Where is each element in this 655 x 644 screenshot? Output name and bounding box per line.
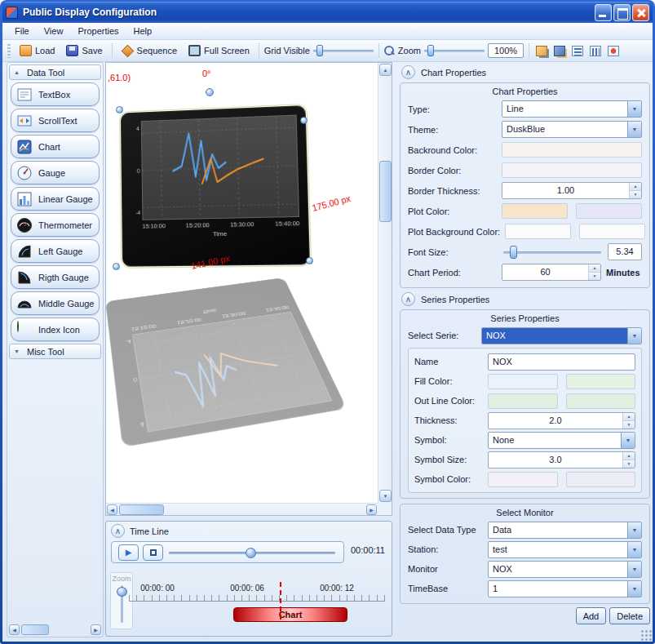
- spinner-arrows[interactable]: ▲▼: [588, 264, 600, 280]
- combo-arrow-icon[interactable]: ▼: [627, 562, 641, 577]
- data-type-dropdown[interactable]: Data ▼: [488, 522, 642, 539]
- background-color-swatch[interactable]: [502, 142, 642, 158]
- combo-arrow-icon[interactable]: ▼: [627, 101, 641, 117]
- tool-linear-gauge[interactable]: Linear Gauge: [11, 187, 100, 211]
- snap-center-icon[interactable]: [608, 46, 619, 56]
- chart-properties-collapse-icon[interactable]: ∧: [401, 65, 415, 79]
- canvas-hscroll-thumb[interactable]: [119, 504, 164, 515]
- sidebar-scroll-thumb[interactable]: [21, 624, 49, 635]
- font-size-value[interactable]: 5.34: [608, 243, 642, 260]
- combo-arrow-icon[interactable]: ▼: [627, 122, 641, 137]
- minimize-button[interactable]: [595, 4, 612, 21]
- type-dropdown[interactable]: Line ▼: [502, 100, 642, 118]
- symbol-color-swatch-1[interactable]: [488, 472, 558, 487]
- timeline-zoom-thumb[interactable]: [117, 587, 127, 597]
- border-color-swatch[interactable]: [502, 162, 642, 178]
- chart-period-spinner[interactable]: 60 ▲▼: [502, 264, 601, 281]
- save-button[interactable]: Save: [62, 43, 106, 58]
- misc-tool-header[interactable]: ▼ Misc Tool: [9, 344, 101, 359]
- align-left-icon[interactable]: [572, 46, 583, 56]
- tool-index-icon[interactable]: Index Icon: [11, 318, 100, 341]
- load-button[interactable]: Load: [15, 43, 59, 58]
- fill-color-swatch-1[interactable]: [488, 374, 558, 389]
- timeline-collapse-icon[interactable]: ∧: [111, 524, 125, 538]
- timebase-dropdown[interactable]: 1 ▼: [488, 580, 642, 597]
- combo-arrow-icon[interactable]: ▼: [621, 433, 635, 448]
- timeline-ruler[interactable]: [129, 595, 385, 602]
- menu-file[interactable]: File: [7, 24, 37, 38]
- series-name-input[interactable]: NOX: [488, 353, 635, 371]
- full-screen-button[interactable]: Full Screen: [184, 43, 254, 58]
- tool-right-gauge[interactable]: Rigth Gauge: [11, 265, 100, 289]
- data-tool-header[interactable]: ▲ Data Tool: [9, 64, 101, 80]
- series-properties-expander[interactable]: ∧ Series Properties: [400, 291, 650, 308]
- tool-scrolltext[interactable]: ScrollText: [11, 109, 100, 132]
- border-thickness-spinner[interactable]: 1.00 ▲▼: [502, 182, 642, 199]
- canvas-horizontal-scrollbar[interactable]: ◀ ▶: [106, 503, 378, 515]
- timeline-chart-track[interactable]: Chart: [233, 607, 347, 622]
- combo-arrow-icon[interactable]: ▼: [627, 522, 641, 538]
- zoom-slider[interactable]: [424, 44, 485, 57]
- send-backward-icon[interactable]: [554, 46, 565, 56]
- canvas-vertical-scrollbar[interactable]: ▲ ▼: [378, 63, 392, 503]
- station-dropdown[interactable]: test ▼: [488, 541, 642, 558]
- grid-visible-slider[interactable]: [313, 44, 374, 57]
- spinner-arrows[interactable]: ▲▼: [622, 452, 635, 468]
- stop-button[interactable]: [143, 544, 163, 561]
- window-resize-grip[interactable]: [640, 629, 652, 641]
- sidebar-scroll-left[interactable]: ◀: [9, 624, 20, 635]
- symbol-color-swatch-2[interactable]: [566, 472, 636, 487]
- align-top-icon[interactable]: [590, 46, 601, 56]
- close-button[interactable]: [632, 4, 649, 21]
- select-serie-dropdown[interactable]: NOX ▼: [481, 327, 642, 344]
- thickness-spinner[interactable]: 2.0 ▲▼: [488, 412, 635, 429]
- timeline-position-slider[interactable]: [167, 545, 337, 560]
- selection-handle-bottom-left[interactable]: [113, 263, 120, 270]
- tool-left-gauge[interactable]: Left Gauge: [11, 239, 100, 263]
- canvas-scroll-up[interactable]: ▲: [379, 64, 392, 76]
- rotation-handle[interactable]: [206, 88, 214, 96]
- canvas-scroll-right[interactable]: ▶: [366, 504, 377, 515]
- combo-arrow-icon[interactable]: ▼: [627, 328, 641, 344]
- maximize-button[interactable]: [613, 4, 631, 21]
- canvas-vscroll-thumb[interactable]: [379, 161, 392, 222]
- menu-properties[interactable]: Properties: [70, 24, 126, 38]
- sidebar-scroll-right[interactable]: ▶: [91, 624, 101, 635]
- combo-arrow-icon[interactable]: ▼: [627, 581, 641, 597]
- chart-panel[interactable]: 4 0 -4: [121, 105, 310, 267]
- plot-bg-color-swatch-1[interactable]: [505, 224, 571, 239]
- spinner-arrows[interactable]: ▲▼: [622, 413, 635, 429]
- symbol-size-spinner[interactable]: 3.0 ▲▼: [488, 451, 635, 469]
- toolbar-grip[interactable]: [7, 44, 11, 58]
- bring-forward-icon[interactable]: [536, 46, 547, 56]
- selection-handle-bottom-right[interactable]: [306, 257, 313, 264]
- tool-gauge[interactable]: Gauge: [11, 161, 100, 184]
- selection-handle-top-left[interactable]: [116, 106, 123, 113]
- outline-color-swatch-1[interactable]: [488, 393, 558, 409]
- series-properties-collapse-icon[interactable]: ∧: [401, 292, 415, 306]
- fill-color-swatch-2[interactable]: [566, 374, 636, 389]
- spinner-arrows[interactable]: ▲▼: [629, 183, 641, 198]
- timeline-playhead[interactable]: [280, 582, 281, 620]
- canvas-scroll-down[interactable]: ▼: [379, 490, 392, 502]
- menu-view[interactable]: View: [37, 24, 71, 38]
- monitor-dropdown[interactable]: NOX ▼: [488, 561, 642, 578]
- canvas-scroll-left[interactable]: ◀: [107, 504, 117, 515]
- theme-dropdown[interactable]: DuskBlue ▼: [502, 121, 642, 138]
- plot-color-swatch-1[interactable]: [502, 203, 568, 219]
- add-button[interactable]: Add: [576, 607, 607, 624]
- menu-help[interactable]: Help: [126, 24, 160, 38]
- chart-properties-expander[interactable]: ∧ Chart Properties: [400, 64, 650, 81]
- outline-color-swatch-2[interactable]: [566, 393, 636, 409]
- selection-handle-top-right[interactable]: [300, 117, 308, 124]
- combo-arrow-icon[interactable]: ▼: [627, 542, 641, 557]
- tool-middle-gauge[interactable]: Middle Gauge: [11, 291, 100, 315]
- plot-bg-color-swatch-2[interactable]: [579, 224, 645, 239]
- tool-thermometer[interactable]: Thermometer: [11, 213, 100, 237]
- font-size-slider[interactable]: [502, 245, 603, 260]
- symbol-dropdown[interactable]: None ▼: [488, 432, 635, 449]
- tool-textbox[interactable]: TextBox: [11, 82, 100, 106]
- zoom-value[interactable]: 100%: [488, 43, 524, 58]
- design-canvas[interactable]: ,61.0) 0° 4 0 -4: [105, 62, 392, 516]
- tool-chart[interactable]: Chart: [11, 135, 100, 158]
